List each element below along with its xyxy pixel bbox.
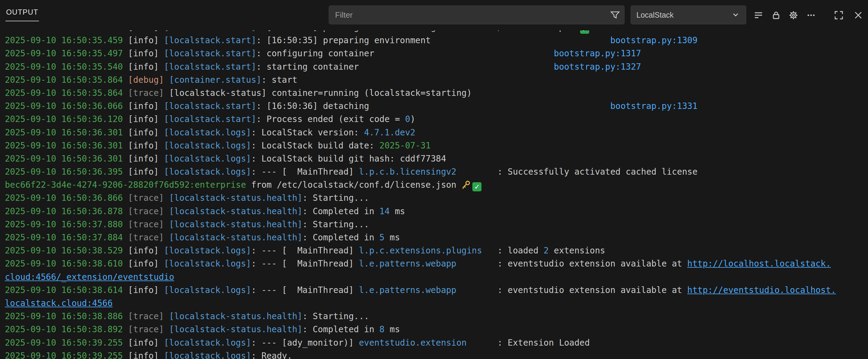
log-text: [info] xyxy=(128,128,164,137)
log-text: : eventstudio extension available at xyxy=(456,285,687,295)
log-text: [trace] xyxy=(128,193,169,203)
log-text: [trace] xyxy=(128,232,169,242)
log-text: 2 xyxy=(544,246,549,256)
log-text: [localstack-status.health] xyxy=(169,232,302,242)
more-actions-icon[interactable] xyxy=(804,8,818,22)
log-text: [localstack-status.health] xyxy=(169,206,302,216)
log-text: [localstack-status] container=running (l… xyxy=(169,88,472,98)
log-text: [localstack.start] xyxy=(164,101,256,111)
log-text: [localstack.logs] xyxy=(164,140,251,151)
log-text: : --- [ MainThread] xyxy=(251,246,359,256)
log-text: [info] xyxy=(128,167,164,177)
log-text: : --- [ MainThread] xyxy=(251,167,359,177)
log-text xyxy=(431,35,610,45)
log-text: extensions xyxy=(549,246,605,256)
log-text: [info] xyxy=(128,351,164,359)
log-text: [localstack-status.health] xyxy=(169,219,302,229)
log-url-link[interactable]: http://localhost.localstack. xyxy=(687,259,831,269)
log-text: [container.status] xyxy=(169,75,261,85)
lock-scroll-icon[interactable] xyxy=(769,8,783,22)
log-line: 2025-09-10 16:50:36.878 [trace] [localst… xyxy=(5,205,868,218)
log-text: [localstack.logs] xyxy=(164,167,251,177)
log-line: 2025-09-10 16:50:35.540 [info] [localsta… xyxy=(5,60,868,73)
log-text: : --- [ady_monitor)] xyxy=(251,338,359,348)
log-text: [localstack.start] xyxy=(164,48,256,58)
log-line: 2025-09-10 16:50:36.301 [info] [localsta… xyxy=(5,126,868,139)
log-line: 2025-09-10 16:50:36.120 [info] [localsta… xyxy=(5,112,868,126)
log-text: : Completed in xyxy=(303,232,379,242)
log-text: ms xyxy=(384,324,400,334)
log-text: 2025-09-10 16:50:36.301 xyxy=(5,140,128,151)
word-wrap-icon[interactable] xyxy=(752,8,765,22)
log-url-link[interactable]: localstack.cloud:4566 xyxy=(5,298,113,308)
log-text: 2025-09-10 16:50:37.884 xyxy=(5,232,128,242)
log-url-link[interactable]: cloud:4566/_extension/eventstudio xyxy=(5,272,174,282)
log-text: l.e.patterns.webapp xyxy=(359,259,456,269)
log-line: 2025-09-10 16:50:39.255 [info] [localsta… xyxy=(5,349,868,359)
source-location-link[interactable]: bootstrap.py:1327 xyxy=(554,62,641,72)
log-text: : start xyxy=(261,75,297,85)
log-text: : Successfully activated cached license xyxy=(456,167,697,177)
log-text: : eventstudio extension available at xyxy=(456,259,687,269)
tab-output[interactable]: OUTPUT xyxy=(5,8,39,21)
log-text: 2025-09-10 16:50:35.864 xyxy=(5,75,128,85)
log-text: 2025-09-10 16:50:38.610 xyxy=(5,259,128,269)
source-location-link[interactable]: bootstrap.py:1317 xyxy=(554,48,641,58)
log-text: [localstack.logs] xyxy=(164,259,251,269)
log-text: : [16:50:35] preparing environment xyxy=(256,35,431,45)
chevron-down-icon xyxy=(731,10,741,20)
log-text: [localstack.start] xyxy=(164,62,256,72)
log-line: 2025-09-10 16:50:39.255 [info] [localsta… xyxy=(5,336,868,349)
log-text: [info] xyxy=(128,62,164,72)
log-text: : LocalStack build git hash: cddf77384 xyxy=(251,154,446,164)
log-line: bec66f22-3d4e-4274-9206-28820f76d592:ent… xyxy=(5,178,868,191)
log-text: : LocalStack build date: xyxy=(251,140,379,151)
channel-dropdown[interactable]: LocalStack xyxy=(630,5,746,24)
log-text: [trace] xyxy=(128,324,169,334)
channel-dropdown-value: LocalStack xyxy=(637,11,674,20)
log-line: 2025-09-10 16:50:38.610 [info] [localsta… xyxy=(5,257,868,270)
log-text: [localstack.logs] xyxy=(164,285,251,295)
log-text: 2025-09-10 16:50:39.255 xyxy=(5,338,128,348)
log-line: 2025-09-10 16:50:36.301 [info] [localsta… xyxy=(5,139,868,152)
log-text: l.p.c.extensions.plugins xyxy=(359,246,482,256)
panel-title-label: OUTPUT xyxy=(6,8,38,16)
log-text: : Starting... xyxy=(303,193,369,203)
log-text: 2025-09-10 16:50:39.255 xyxy=(5,351,128,359)
log-text: [info] xyxy=(128,338,164,348)
log-line: 2025-09-10 16:50:35.497 [info] [localsta… xyxy=(5,47,868,60)
log-text: 2025-09-10 16:50:36.120 xyxy=(5,114,128,124)
source-location-link[interactable]: bootstrap.py:1331 xyxy=(610,101,698,111)
log-line: 2025-09-10 16:50:38.892 [trace] [localst… xyxy=(5,323,868,336)
filter-container xyxy=(329,5,624,24)
log-text: 2025-09-10 16:50:35.864 xyxy=(5,88,128,98)
log-text: [debug] xyxy=(128,75,169,85)
log-text: 2025-07-31 xyxy=(379,140,431,151)
log-text: [trace] xyxy=(128,219,169,229)
settings-gear-icon[interactable] xyxy=(787,8,800,22)
source-location-link[interactable]: bootstrap.py:1309 xyxy=(610,35,698,45)
log-text: 2025-09-10 16:50:36.066 xyxy=(5,101,128,111)
log-text: [localstack.logs] xyxy=(164,246,251,256)
log-text: ms xyxy=(390,206,405,216)
log-text: [localstack.logs] xyxy=(164,154,251,164)
filter-icon[interactable] xyxy=(610,10,620,20)
log-text xyxy=(374,48,554,58)
log-text: [localstack.start] xyxy=(164,114,256,124)
log-text: [localstack.start] xyxy=(164,35,256,45)
log-text: 2025-09-10 16:50:38.529 xyxy=(5,246,128,256)
close-panel-icon[interactable] xyxy=(851,8,865,22)
log-text: 2025-09-10 16:50:36.301 xyxy=(5,154,128,164)
log-text: 2025-09-10 16:50:35.497 xyxy=(5,48,128,58)
log-text: [info] xyxy=(128,140,164,151)
log-text: 0 xyxy=(405,114,410,124)
log-line: 2025-09-10 16:50:35.459 [info] [localsta… xyxy=(5,34,868,47)
maximize-panel-icon[interactable] xyxy=(832,8,845,22)
log-text: : [16:50:36] detaching xyxy=(256,101,369,111)
log-text: 2025-09-10 16:50:36.878 xyxy=(5,206,128,216)
filter-input[interactable] xyxy=(329,10,610,20)
log-text: [trace] xyxy=(128,311,169,321)
log-url-link[interactable]: http://eventstudio.localhost. xyxy=(687,285,836,295)
log-text: [info] xyxy=(128,114,164,124)
log-line: 2025-09-10 16:50:38.614 [info] [localsta… xyxy=(5,284,868,297)
